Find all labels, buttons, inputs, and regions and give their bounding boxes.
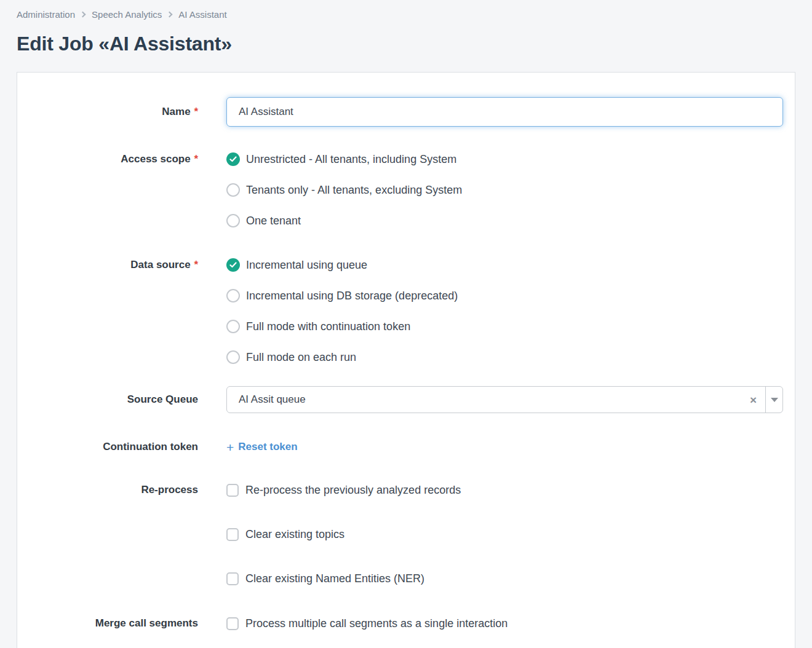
radio-label: Unrestricted - All tenants, including Sy… (246, 152, 456, 167)
radio-unchecked-icon (226, 320, 240, 333)
page-title: Edit Job «AI Assistant» (17, 33, 795, 55)
breadcrumb: Administration Speech Analytics AI Assis… (17, 0, 795, 20)
checkbox-merge-call-segments[interactable]: Process multiple call segments as a sing… (226, 616, 783, 631)
checkbox-label: Process multiple call segments as a sing… (245, 616, 507, 631)
checkbox-unchecked-icon (226, 528, 239, 541)
required-asterisk: * (194, 153, 198, 165)
radio-incremental-queue[interactable]: Incremental using queue (226, 258, 783, 272)
source-queue-selected-value: AI Assit queue (227, 393, 741, 406)
merge-call-segments-label-text: Merge call segments (95, 617, 198, 629)
name-input[interactable] (226, 97, 783, 127)
continuation-token-label-text: Continuation token (103, 441, 198, 452)
continuation-token-label: Continuation token (17, 440, 198, 454)
clear-icon[interactable]: × (741, 394, 765, 406)
checkbox-label: Clear existing topics (245, 527, 344, 542)
checkbox-reprocess-analyzed-records[interactable]: Re-process the previously analyzed recor… (226, 483, 783, 497)
checkbox-unchecked-icon (226, 617, 239, 630)
name-label: Name * (17, 105, 198, 119)
continuation-token-row: Continuation token + Reset token (17, 439, 783, 455)
chevron-right-icon (167, 12, 173, 18)
source-queue-row: Source Queue AI Assit queue × (17, 386, 783, 413)
breadcrumb-item-ai-assistant[interactable]: AI Assistant (178, 9, 226, 20)
name-label-text: Name (162, 106, 190, 117)
name-row: Name * (17, 97, 783, 127)
radio-access-unrestricted[interactable]: Unrestricted - All tenants, including Sy… (226, 152, 783, 167)
source-queue-label: Source Queue (17, 392, 198, 407)
radio-checked-icon (226, 152, 240, 166)
re-process-label-text: Re-process (141, 484, 198, 496)
radio-checked-icon (226, 258, 240, 272)
radio-full-mode-each-run[interactable]: Full mode on each run (226, 350, 783, 365)
chevron-down-icon (771, 398, 778, 402)
required-asterisk: * (194, 106, 198, 117)
radio-unchecked-icon (226, 350, 240, 364)
re-process-row: Re-process Re-process the previously ana… (17, 483, 783, 586)
reset-token-label: Reset token (238, 441, 297, 453)
data-source-label-text: Data source (130, 259, 190, 271)
check-icon (229, 156, 237, 162)
edit-job-form-card: Name * Access scope * Unres (17, 72, 795, 648)
checkbox-clear-existing-ner[interactable]: Clear existing Named Entities (NER) (226, 571, 783, 586)
merge-call-segments-row: Merge call segments Process multiple cal… (17, 616, 783, 631)
source-queue-label-text: Source Queue (127, 393, 198, 405)
check-icon (229, 262, 237, 268)
radio-label: Full mode on each run (246, 350, 356, 365)
re-process-label: Re-process (17, 483, 198, 497)
chevron-right-icon (80, 12, 86, 18)
checkbox-unchecked-icon (226, 484, 239, 497)
radio-label: Tenants only - All tenants, excluding Sy… (246, 183, 462, 197)
required-asterisk: * (194, 259, 198, 271)
access-scope-row: Access scope * Unrestricted - All tenant… (17, 152, 783, 228)
breadcrumb-item-administration[interactable]: Administration (17, 9, 75, 20)
checkbox-label: Re-process the previously analyzed recor… (245, 483, 461, 497)
radio-unchecked-icon (226, 183, 240, 197)
dropdown-toggle[interactable] (765, 387, 782, 413)
merge-call-segments-label: Merge call segments (17, 616, 198, 631)
breadcrumb-item-speech-analytics[interactable]: Speech Analytics (92, 9, 162, 20)
data-source-label: Data source * (17, 258, 198, 272)
radio-label: One tenant (246, 213, 301, 228)
radio-access-tenants-only[interactable]: Tenants only - All tenants, excluding Sy… (226, 183, 783, 197)
radio-label: Incremental using DB storage (deprecated… (246, 288, 458, 303)
page: Administration Speech Analytics AI Assis… (0, 0, 812, 648)
radio-incremental-db-storage[interactable]: Incremental using DB storage (deprecated… (226, 288, 783, 303)
radio-full-mode-continuation-token[interactable]: Full mode with continuation token (226, 319, 783, 334)
checkbox-label: Clear existing Named Entities (NER) (245, 571, 424, 586)
source-queue-select[interactable]: AI Assit queue × (226, 386, 783, 413)
reset-token-button[interactable]: + Reset token (226, 439, 298, 455)
radio-unchecked-icon (226, 289, 240, 302)
plus-icon: + (226, 441, 234, 454)
radio-access-one-tenant[interactable]: One tenant (226, 213, 783, 228)
radio-label: Full mode with continuation token (246, 319, 410, 334)
data-source-row: Data source * Incremental using queue In… (17, 258, 783, 365)
checkbox-unchecked-icon (226, 572, 239, 585)
checkbox-clear-existing-topics[interactable]: Clear existing topics (226, 527, 783, 542)
access-scope-label: Access scope * (17, 152, 198, 167)
radio-label: Incremental using queue (246, 258, 367, 272)
radio-unchecked-icon (226, 214, 240, 227)
access-scope-label-text: Access scope (121, 153, 190, 165)
